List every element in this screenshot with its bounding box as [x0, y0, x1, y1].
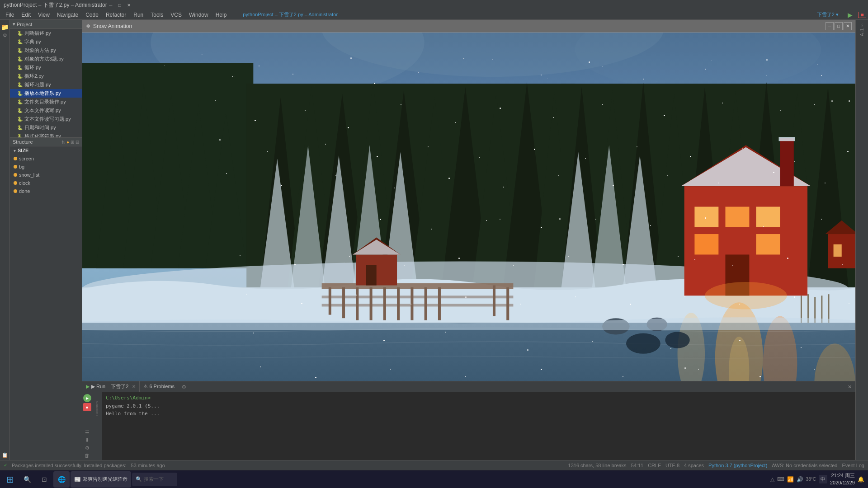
file-item[interactable]: 🐍文本文件读写.py	[10, 106, 82, 115]
menu-file[interactable]: File	[2, 11, 18, 19]
struct-item-done[interactable]: done	[10, 187, 82, 195]
menu-tools[interactable]: Tools	[147, 11, 167, 19]
struct-sort-btn[interactable]: ⇅	[61, 140, 65, 145]
close-btn[interactable]: ✕	[125, 1, 132, 9]
start-btn[interactable]: ⊞	[2, 471, 18, 488]
run-tab[interactable]: ▶ ▶ Run 下雪了2 ✕	[82, 381, 140, 392]
snow-minimize-btn[interactable]: ─	[826, 22, 834, 30]
run-panel-settings[interactable]: ⚙	[180, 384, 188, 390]
struct-icon-btn[interactable]: ●	[66, 140, 69, 145]
problems-tab-label: ⚠ 6 Problems	[143, 384, 175, 389]
app-title: pythonProject – 下雪了2.py – Administrator	[4, 1, 107, 9]
status-indent[interactable]: 4 spaces	[684, 463, 704, 468]
svg-rect-41	[322, 283, 514, 289]
file-item[interactable]: 🐍判断描述.py	[10, 29, 82, 38]
taskbar-item-news[interactable]: 📰 郑爽告别遇光矩阵奇	[71, 471, 131, 488]
notification-btn[interactable]: 🔔	[858, 476, 864, 483]
lang-indicator[interactable]: 中	[819, 475, 827, 483]
file-item[interactable]: 🐍对象的方法.py	[10, 46, 82, 55]
file-item[interactable]: 🐍循环习题.py	[10, 80, 82, 89]
run-output-line: pygame 2.0.1 (S...	[106, 402, 852, 410]
struct-item-SIZE[interactable]: ▾ SIZE	[10, 146, 82, 155]
run-panel-close-btn[interactable]: ✕	[848, 384, 855, 390]
event-log-btn[interactable]: Event Log	[842, 463, 864, 468]
menu-code[interactable]: Code	[82, 11, 102, 19]
struct-item-bg[interactable]: bg	[10, 163, 82, 171]
svg-rect-65	[694, 234, 718, 254]
file-item-active[interactable]: 🐍播放本地音乐.py	[10, 89, 82, 98]
tray-icon-network[interactable]: 📶	[787, 476, 794, 483]
file-item[interactable]: 🐍文本文件读写习题.py	[10, 115, 82, 123]
run-output: C:\Users\Admin> pygame 2.0.1 (S... Hello…	[102, 392, 855, 460]
time: 21:24 周三	[830, 472, 855, 479]
svg-rect-92	[828, 294, 829, 323]
menu-refactor[interactable]: Refactor	[102, 11, 130, 19]
status-aws[interactable]: AWS: No credentials selected	[772, 463, 837, 468]
run-list-btn[interactable]: ☰	[85, 430, 90, 436]
struct-icon: ▾	[14, 148, 16, 153]
struct-collapse-btn[interactable]: ⊟	[75, 140, 79, 145]
window-controls: ─ □ ✕	[107, 1, 132, 9]
right-sidebar-label: A↓1 ∽	[859, 23, 864, 36]
file-item[interactable]: 🐍循环.py	[10, 63, 82, 72]
struct-label: bg	[19, 164, 24, 169]
status-lang[interactable]: Python 3.7 (pythonProject)	[708, 463, 767, 468]
run-stop-btn[interactable]: ■	[83, 403, 91, 411]
stop-btn[interactable]: ■	[858, 12, 866, 18]
cpu-temp: 38°C	[806, 477, 816, 482]
run-play-btn[interactable]: ▶	[83, 394, 91, 402]
run-config-btn[interactable]: 下雪了2 ▾	[813, 10, 842, 19]
file-item[interactable]: 🐍字典.py	[10, 38, 82, 46]
file-item[interactable]: 🐍对象的方法3题.py	[10, 55, 82, 63]
menu-edit[interactable]: Edit	[18, 11, 34, 19]
problems-tab[interactable]: ⚠ 6 Problems	[140, 381, 178, 392]
snow-close-btn[interactable]: ✕	[844, 22, 852, 30]
menu-navigate[interactable]: Navigate	[53, 11, 82, 19]
run-tab-label: ▶ Run	[91, 384, 105, 389]
status-crlf[interactable]: CRLF	[648, 463, 661, 468]
file-item[interactable]: 🐍文件夹目录操作.py	[10, 98, 82, 106]
file-item[interactable]: 🐍格式化字符串.py	[10, 132, 82, 137]
status-charset[interactable]: UTF-8	[665, 463, 679, 468]
status-message: Packages installed successfully. Install…	[12, 463, 127, 468]
menu-vcs[interactable]: VCS	[167, 11, 185, 19]
task-view-btn[interactable]: ⊡	[36, 471, 52, 488]
struct-label: done	[19, 188, 30, 194]
struct-item-screen[interactable]: screen	[10, 155, 82, 163]
clock-display: 21:24 周三 2020/12/29	[830, 472, 855, 486]
scene-svg	[82, 33, 855, 381]
keyboard-icon[interactable]: ⌨	[777, 476, 784, 482]
struct-expand-btn[interactable]: ⊞	[71, 140, 74, 145]
snow-restore-btn[interactable]: □	[835, 22, 843, 30]
run-filter-btn[interactable]: ⚙	[85, 445, 90, 451]
taskbar-search[interactable]: 🔍 搜索一下	[132, 473, 177, 486]
struct-item-snow-list[interactable]: snow_list	[10, 171, 82, 179]
snow-scene: ················	[82, 33, 855, 381]
edge-btn[interactable]: 🌐	[53, 471, 70, 488]
run-scroll-btn[interactable]: ⬇	[85, 437, 89, 443]
run-tab-close[interactable]: ✕	[132, 384, 136, 389]
file-item[interactable]: 🐍日期和时间.py	[10, 123, 82, 132]
file-item[interactable]: 🐍循环2.py	[10, 72, 82, 80]
menu-window[interactable]: Window	[185, 11, 212, 19]
left-icon-bottom-1[interactable]: 📋	[2, 452, 8, 458]
main-container: 📁 ⚙ 📋 ▾ Project 🐍判断描述.py 🐍字典.py 🐍对象的方法.p…	[0, 20, 868, 460]
struct-item-clock[interactable]: clock	[10, 179, 82, 187]
favorites-label[interactable]: Favorites	[95, 401, 99, 416]
project-header: ▾ Project	[10, 20, 82, 29]
status-time: 53 minutes ago	[131, 463, 165, 468]
search-btn[interactable]: 🔍	[19, 471, 35, 488]
tray-icon-volume[interactable]: 🔊	[797, 476, 803, 483]
left-icon-1[interactable]: 📁	[1, 23, 9, 31]
menu-run[interactable]: Run	[130, 11, 147, 19]
left-icon-2[interactable]: ⚙	[3, 33, 7, 38]
menu-view[interactable]: View	[34, 11, 53, 19]
minimize-btn[interactable]: ─	[107, 1, 114, 9]
project-chevron[interactable]: ▾	[13, 21, 15, 27]
menu-help[interactable]: Help	[212, 11, 231, 19]
run-btn[interactable]: ▶	[844, 10, 856, 19]
favorites-bar: Favorites	[92, 392, 102, 460]
run-clear-btn[interactable]: 🗑	[85, 453, 90, 458]
maximize-btn[interactable]: □	[116, 1, 123, 9]
struct-dot	[14, 173, 17, 177]
